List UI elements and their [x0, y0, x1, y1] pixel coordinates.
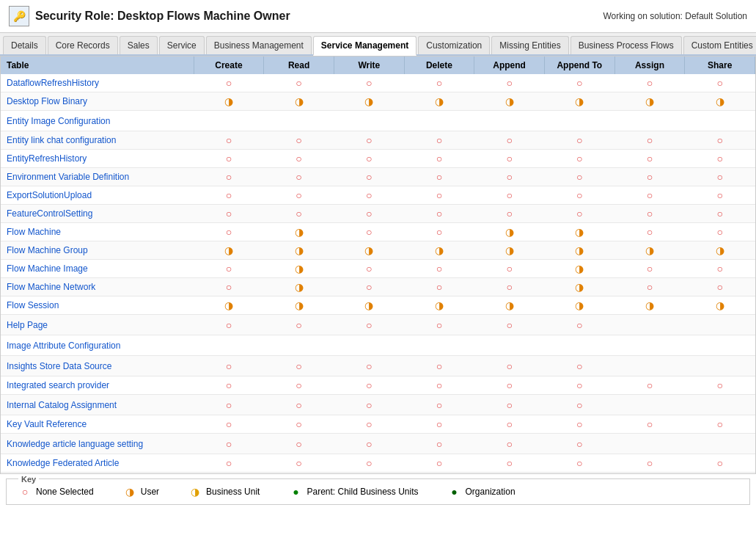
perm-share[interactable]: ○ — [685, 186, 755, 205]
tab-details[interactable]: Details — [3, 36, 46, 54]
perm-assign[interactable]: ○ — [614, 415, 685, 434]
perm-create[interactable]: ○ — [194, 454, 264, 473]
row-name[interactable]: Flow Machine Network — [1, 278, 194, 296]
perm-delete[interactable]: ○ — [404, 150, 474, 168]
perm-share[interactable] — [685, 356, 755, 376]
perm-assign[interactable]: ○ — [614, 186, 685, 205]
perm-appendTo[interactable]: ○ — [544, 473, 614, 475]
perm-appendTo[interactable]: ○ — [544, 356, 614, 376]
perm-write[interactable] — [334, 335, 404, 356]
perm-write[interactable]: ○ — [334, 315, 404, 335]
perm-assign[interactable]: ○ — [614, 223, 685, 241]
perm-read[interactable]: ○ — [264, 473, 334, 475]
perm-share[interactable]: ◑ — [685, 296, 755, 315]
perm-delete[interactable]: ○ — [404, 395, 474, 415]
perm-create[interactable]: ○ — [194, 278, 264, 296]
perm-create[interactable] — [194, 111, 264, 131]
perm-write[interactable]: ○ — [334, 278, 404, 296]
row-name[interactable]: Flow Machine Group — [1, 241, 194, 260]
perm-append[interactable]: ○ — [474, 376, 545, 395]
perm-create[interactable]: ○ — [194, 74, 264, 92]
perm-write[interactable] — [334, 111, 404, 131]
perm-share[interactable]: ○ — [685, 260, 755, 278]
perm-read[interactable]: ○ — [264, 315, 334, 335]
perm-read[interactable]: ○ — [264, 74, 334, 92]
perm-read[interactable]: ◑ — [264, 92, 334, 111]
perm-create[interactable] — [194, 335, 264, 356]
perm-assign[interactable] — [614, 356, 685, 376]
perm-assign[interactable]: ○ — [614, 168, 685, 186]
perm-share[interactable] — [685, 315, 755, 335]
perm-delete[interactable]: ○ — [404, 415, 474, 434]
perm-delete[interactable]: ○ — [404, 205, 474, 223]
perm-write[interactable]: ○ — [334, 150, 404, 168]
perm-create[interactable]: ○ — [194, 356, 264, 376]
perm-appendTo[interactable]: ○ — [544, 131, 614, 150]
perm-share[interactable]: ○ — [685, 205, 755, 223]
tab-custom-entities[interactable]: Custom Entities — [683, 36, 756, 54]
perm-delete[interactable]: ◑ — [404, 241, 474, 260]
perm-share[interactable]: ○ — [685, 454, 755, 473]
perm-share[interactable]: ○ — [685, 74, 755, 92]
perm-appendTo[interactable]: ○ — [544, 376, 614, 395]
perm-appendTo[interactable]: ◑ — [544, 223, 614, 241]
perm-read[interactable]: ○ — [264, 454, 334, 473]
row-name[interactable]: Integrated search provider — [1, 376, 194, 395]
perm-read[interactable]: ◑ — [264, 241, 334, 260]
perm-append[interactable]: ◑ — [474, 241, 545, 260]
perm-delete[interactable]: ○ — [404, 356, 474, 376]
perm-write[interactable]: ○ — [334, 168, 404, 186]
perm-write[interactable]: ○ — [334, 376, 404, 395]
tab-business-process-flows[interactable]: Business Process Flows — [570, 36, 682, 54]
perm-append[interactable]: ○ — [474, 395, 545, 415]
row-name[interactable]: Image Attribute Configuration — [1, 335, 194, 356]
perm-read[interactable]: ○ — [264, 168, 334, 186]
perm-append[interactable]: ○ — [474, 434, 545, 454]
row-name[interactable]: Flow Session — [1, 296, 194, 315]
perm-appendTo[interactable]: ○ — [544, 315, 614, 335]
perm-read[interactable]: ○ — [264, 395, 334, 415]
row-name[interactable]: Internal Catalog Assignment — [1, 395, 194, 415]
perm-delete[interactable] — [404, 111, 474, 131]
perm-share[interactable]: ○ — [685, 131, 755, 150]
perm-share[interactable]: ○ — [685, 415, 755, 434]
perm-delete[interactable]: ○ — [404, 74, 474, 92]
perm-assign[interactable] — [614, 473, 685, 475]
perm-create[interactable]: ○ — [194, 223, 264, 241]
row-name[interactable]: EntityRefreshHistory — [1, 150, 194, 168]
perm-write[interactable]: ◑ — [334, 241, 404, 260]
perm-create[interactable]: ○ — [194, 376, 264, 395]
perm-create[interactable]: ◑ — [194, 296, 264, 315]
row-name[interactable]: Help Page — [1, 315, 194, 335]
perm-append[interactable]: ○ — [474, 150, 545, 168]
perm-assign[interactable]: ○ — [614, 376, 685, 395]
perm-assign[interactable]: ○ — [614, 205, 685, 223]
perm-read[interactable]: ◑ — [264, 223, 334, 241]
perm-assign[interactable]: ○ — [614, 454, 685, 473]
perm-delete[interactable]: ○ — [404, 454, 474, 473]
perm-create[interactable]: ○ — [194, 186, 264, 205]
tab-sales[interactable]: Sales — [120, 36, 158, 54]
perm-assign[interactable]: ◑ — [614, 241, 685, 260]
tab-service-management[interactable]: Service Management — [313, 36, 416, 56]
perm-read[interactable]: ○ — [264, 186, 334, 205]
perm-share[interactable] — [685, 395, 755, 415]
tab-missing-entities[interactable]: Missing Entities — [491, 36, 568, 54]
perm-assign[interactable]: ○ — [614, 278, 685, 296]
perm-read[interactable]: ◑ — [264, 260, 334, 278]
perm-appendTo[interactable] — [544, 111, 614, 131]
perm-create[interactable]: ◑ — [194, 241, 264, 260]
tab-business-management[interactable]: Business Management — [206, 36, 312, 54]
perm-create[interactable]: ○ — [194, 131, 264, 150]
perm-appendTo[interactable]: ○ — [544, 186, 614, 205]
perm-share[interactable] — [685, 335, 755, 356]
perm-share[interactable]: ○ — [685, 168, 755, 186]
perm-delete[interactable]: ○ — [404, 473, 474, 475]
perm-append[interactable]: ○ — [474, 131, 545, 150]
perm-read[interactable]: ○ — [264, 356, 334, 376]
perm-share[interactable]: ○ — [685, 278, 755, 296]
perm-append[interactable]: ○ — [474, 186, 545, 205]
perm-delete[interactable]: ○ — [404, 131, 474, 150]
perm-append[interactable]: ○ — [474, 260, 545, 278]
perm-create[interactable]: ○ — [194, 150, 264, 168]
